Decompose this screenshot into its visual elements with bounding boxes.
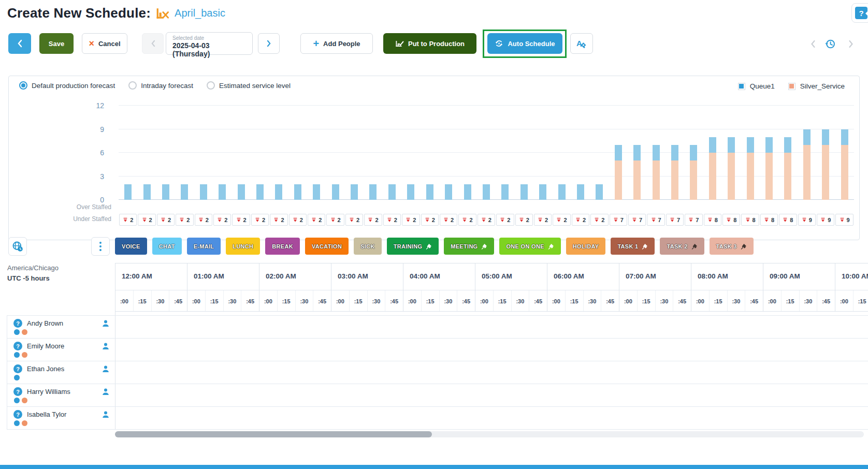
- history-button[interactable]: [823, 37, 837, 51]
- activity-chip-training[interactable]: TRAINING: [387, 238, 439, 255]
- hour-column: 03:00 AM :00:15:30:45: [331, 263, 403, 311]
- hour-label: 10:00 AM: [835, 263, 868, 290]
- person-icon[interactable]: [102, 388, 110, 396]
- under-staffed-arrow-icon: [632, 217, 637, 223]
- employee-name-cell[interactable]: ? Harry Williams: [7, 384, 115, 406]
- staffing-bar: [501, 184, 509, 200]
- queue-dot: [22, 420, 27, 426]
- back-button[interactable]: [8, 33, 31, 54]
- under-staffed-arrow-icon: [349, 217, 354, 223]
- under-staffed-arrow-icon: [179, 217, 184, 223]
- history-back-button[interactable]: [806, 37, 819, 51]
- selected-date-field[interactable]: Selected date 2025-04-03 (Thursday): [166, 32, 253, 55]
- previous-date-button[interactable]: [142, 33, 164, 54]
- pin-icon: [741, 243, 747, 250]
- under-staffed-arrow-icon: [481, 217, 486, 223]
- person-icon[interactable]: [102, 411, 110, 419]
- employee-schedule-track[interactable]: [115, 407, 868, 429]
- hour-column: 12:00 AM :00:15:30:45: [115, 263, 187, 311]
- timezone-button[interactable]: [8, 237, 27, 256]
- auto-schedule-button[interactable]: A Auto Schedule: [487, 33, 562, 54]
- activity-chip-e-mail[interactable]: E-MAIL: [187, 238, 221, 255]
- activity-chip-task-3[interactable]: TASK 3: [710, 238, 754, 255]
- employee-info-icon[interactable]: ?: [13, 342, 22, 350]
- forecast-option-radio[interactable]: Intraday forecast: [128, 81, 193, 90]
- under-staffed-box: 2: [383, 214, 401, 226]
- activity-chip-lunch[interactable]: LUNCH: [226, 238, 260, 255]
- staffing-bar: [483, 184, 490, 200]
- employee-name-cell[interactable]: ? Andy Brown: [7, 316, 115, 338]
- quarter-label: :00: [259, 290, 277, 312]
- employee-name-cell[interactable]: ? Isabella Tylor: [7, 407, 115, 429]
- under-staffed-box: 2: [119, 214, 137, 226]
- put-to-production-button[interactable]: Put to Production: [383, 33, 476, 54]
- person-icon[interactable]: [102, 365, 110, 373]
- legend-swatch: [738, 83, 745, 90]
- activity-chip-task-2[interactable]: TASK 2: [660, 238, 704, 255]
- quarter-label: :15: [853, 290, 868, 312]
- employee-name-cell[interactable]: ? Ethan Jones: [7, 361, 115, 384]
- schedule-settings-button[interactable]: A: [570, 33, 593, 54]
- save-button[interactable]: Save: [39, 33, 74, 54]
- person-icon[interactable]: [102, 342, 110, 350]
- next-date-button[interactable]: [258, 33, 280, 54]
- queue-dot: [14, 420, 20, 426]
- legend-item[interactable]: Queue1: [738, 82, 775, 90]
- under-staffed-arrow-icon: [311, 217, 316, 223]
- auto-schedule-icon: A: [495, 39, 503, 48]
- under-staffed-box: 8: [722, 214, 740, 226]
- employee-info-icon[interactable]: ?: [13, 410, 22, 419]
- under-staffed-arrow-icon: [670, 217, 675, 223]
- quarter-label: :45: [385, 290, 403, 312]
- under-staffed-box: 2: [345, 214, 363, 226]
- activity-chip-one-on-one[interactable]: ONE ON ONE: [499, 238, 560, 255]
- history-forward-button[interactable]: [844, 37, 858, 51]
- employee-name-cell[interactable]: ? Emily Moore: [7, 339, 115, 361]
- activity-chip-sick[interactable]: SICK: [354, 238, 381, 255]
- person-icon[interactable]: [102, 319, 110, 328]
- employee-schedule-track[interactable]: [115, 339, 868, 361]
- quarter-label: :45: [457, 290, 475, 312]
- employee-schedule-track[interactable]: [115, 384, 868, 406]
- employee-info-icon[interactable]: ?: [13, 319, 22, 328]
- employee-schedule-track[interactable]: [115, 316, 868, 338]
- forecast-option-radio[interactable]: Default production forecast: [19, 81, 115, 90]
- employee-schedule-track[interactable]: [115, 361, 868, 384]
- under-staffed-box: 2: [157, 214, 175, 226]
- horizontal-scrollbar[interactable]: [115, 431, 864, 437]
- quarter-label: :45: [313, 290, 331, 312]
- add-people-button[interactable]: + Add People: [300, 33, 373, 54]
- employee-info-icon[interactable]: ?: [13, 364, 22, 373]
- under-staffed-arrow-icon: [556, 217, 561, 223]
- legend-item[interactable]: Silver_Service: [788, 82, 845, 90]
- schedule-name-link[interactable]: April_basic: [175, 7, 225, 19]
- cancel-button[interactable]: × Cancel: [82, 33, 127, 54]
- under-staffed-arrow-icon: [406, 217, 411, 223]
- under-staffed-arrow-icon: [538, 217, 543, 223]
- forecast-option-radio[interactable]: Estimated service level: [207, 81, 291, 90]
- a-gear-icon: A: [576, 38, 587, 49]
- production-chart-icon: [395, 39, 404, 48]
- activities-menu-button[interactable]: [91, 237, 110, 256]
- scrollbar-thumb[interactable]: [115, 431, 432, 437]
- staffing-bar: [256, 184, 264, 200]
- activity-chip-chat[interactable]: CHAT: [152, 238, 182, 255]
- activity-chip-meeting[interactable]: MEETING: [444, 238, 494, 255]
- activity-chip-task-1[interactable]: TASK 1: [611, 238, 655, 255]
- hour-label: 02:00 AM: [259, 263, 331, 290]
- employee-info-icon[interactable]: ?: [13, 387, 22, 396]
- staffing-bar: [464, 184, 471, 200]
- cancel-x-icon: ×: [89, 39, 94, 48]
- help-button[interactable]: ?: [851, 3, 868, 23]
- activity-chip-holiday[interactable]: HOLIDAY: [566, 238, 606, 255]
- hour-column: 04:00 AM :00:15:30:45: [403, 263, 475, 311]
- hour-label: 07:00 AM: [619, 263, 691, 290]
- activity-chip-vacation[interactable]: VACATION: [305, 238, 349, 255]
- under-staffed-arrow-icon: [217, 217, 222, 223]
- activity-chip-break[interactable]: BREAK: [265, 238, 300, 255]
- queue-dot: [22, 398, 27, 403]
- staffing-bar: [200, 184, 207, 200]
- activity-chip-voice[interactable]: VOICE: [115, 238, 147, 255]
- queue-dot: [22, 329, 27, 335]
- quarter-label: :30: [151, 290, 169, 312]
